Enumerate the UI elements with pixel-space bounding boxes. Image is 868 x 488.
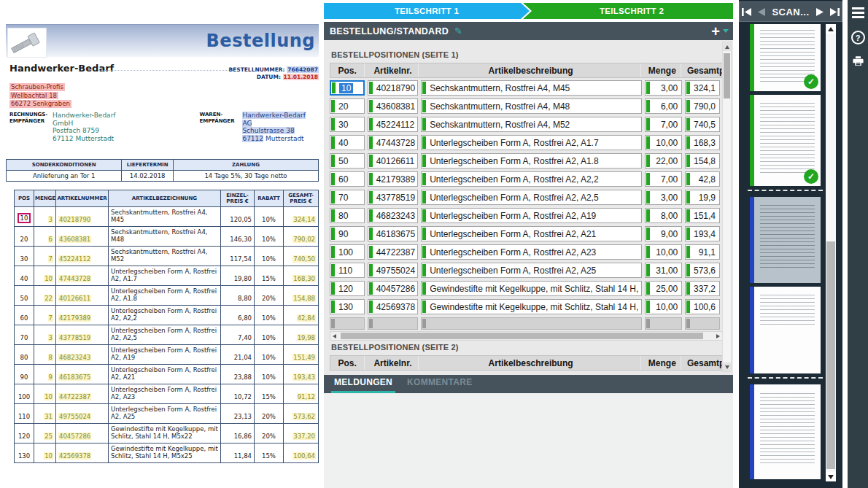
field-pos[interactable]: 30 bbox=[330, 117, 365, 132]
workflow-step-2[interactable]: TEILSCHRITT 2 bbox=[523, 3, 733, 19]
field-pos[interactable]: 110 bbox=[330, 263, 365, 278]
field-beschreibung[interactable]: Unterlegscheiben Form A, Rostfrei A2, A2… bbox=[421, 263, 641, 278]
supplier-address-line[interactable]: Schrauben-Profis bbox=[9, 83, 65, 91]
field-artikelnr[interactable]: 46823243 bbox=[368, 208, 418, 223]
field-artikelnr[interactable]: 40218790 bbox=[368, 80, 418, 96]
field-beschreibung[interactable]: Sechskantmuttern, Rostfrei A4, M52 bbox=[421, 117, 641, 132]
menu-icon[interactable] bbox=[852, 7, 864, 20]
field-menge[interactable]: 10,00 bbox=[645, 244, 683, 260]
scroll-right-icon[interactable] bbox=[716, 334, 720, 338]
field-menge[interactable]: 8,00 bbox=[645, 208, 683, 223]
field-pos[interactable]: 100 bbox=[330, 244, 365, 260]
field-artikelnr[interactable]: 44722387 bbox=[368, 244, 418, 260]
goods-recipient-highlight[interactable]: 67112 bbox=[242, 135, 263, 142]
supplier-address-line[interactable]: Wellbachtal 18 bbox=[9, 92, 58, 100]
field-gesamtpreis[interactable]: 91,1 bbox=[685, 244, 720, 260]
document-thumbnail[interactable]: ✓ bbox=[750, 24, 821, 91]
empty-field[interactable] bbox=[645, 317, 683, 330]
field-pos[interactable]: 80 bbox=[330, 208, 365, 223]
goods-recipient-highlight[interactable]: Schulstrasse 38 bbox=[242, 127, 294, 134]
field-beschreibung[interactable]: Unterlegscheiben Form A, Rostfrei A2, A2… bbox=[421, 190, 641, 205]
field-gesamtpreis[interactable]: 19,9 bbox=[685, 190, 720, 205]
help-icon[interactable]: ? bbox=[851, 31, 865, 44]
workflow-step-1[interactable]: TEILSCHRITT 1 bbox=[324, 3, 530, 19]
thumb-scroll-down-icon[interactable] bbox=[826, 472, 836, 481]
field-pos[interactable]: 20 bbox=[330, 98, 365, 114]
field-beschreibung[interactable]: Unterlegscheiben Form A, Rostfrei A2, A2… bbox=[421, 226, 641, 241]
field-artikelnr[interactable]: 42179389 bbox=[368, 171, 418, 187]
field-gesamtpreis[interactable]: 42,8 bbox=[685, 171, 720, 187]
field-beschreibung[interactable]: Gewindestifte mit Kegelkuppe, mit Schlit… bbox=[421, 299, 641, 314]
selected-pos-marker[interactable]: 10 bbox=[18, 213, 31, 223]
tab-meldungen[interactable]: MELDUNGEN bbox=[331, 375, 395, 393]
order-date-value[interactable]: 11.01.2018 bbox=[283, 74, 319, 80]
field-gesamtpreis[interactable]: 154,8 bbox=[685, 153, 720, 169]
field-gesamtpreis[interactable]: 573,6 bbox=[685, 263, 720, 278]
add-button[interactable]: + bbox=[711, 24, 720, 39]
last-page-icon[interactable] bbox=[830, 8, 840, 16]
field-pos[interactable]: 40 bbox=[330, 135, 365, 150]
scroll-up-icon[interactable] bbox=[723, 42, 731, 51]
field-menge[interactable]: 7,00 bbox=[645, 117, 683, 132]
field-gesamtpreis[interactable]: 790,0 bbox=[685, 98, 720, 114]
print-icon[interactable] bbox=[852, 55, 864, 67]
thumbnail-scroll-thumb[interactable] bbox=[826, 241, 835, 469]
field-artikelnr[interactable]: 40126611 bbox=[368, 153, 418, 169]
empty-field[interactable] bbox=[330, 317, 365, 330]
field-beschreibung[interactable]: Unterlegscheiben Form A, Rostfrei A2, A1… bbox=[421, 208, 641, 223]
field-menge[interactable]: 10,00 bbox=[645, 135, 683, 150]
field-artikelnr[interactable]: 40457286 bbox=[368, 281, 418, 296]
field-beschreibung[interactable]: Unterlegscheiben Form A, Rostfrei A2, A2… bbox=[421, 171, 641, 187]
field-menge[interactable]: 3,00 bbox=[645, 80, 683, 96]
field-gesamtpreis[interactable]: 151,4 bbox=[685, 208, 720, 223]
field-artikelnr[interactable]: 42569378 bbox=[368, 299, 418, 314]
chevron-down-icon[interactable] bbox=[723, 29, 729, 33]
field-artikelnr[interactable]: 45224112 bbox=[368, 117, 418, 132]
field-pos[interactable]: 70 bbox=[330, 190, 365, 205]
supplier-address-line[interactable]: 66272 Senkgraben bbox=[9, 100, 71, 108]
field-pos[interactable]: 90 bbox=[330, 226, 365, 241]
field-pos[interactable]: 50 bbox=[330, 153, 365, 169]
field-gesamtpreis[interactable]: 168,3 bbox=[685, 135, 720, 150]
thumbnail-scrollbar[interactable] bbox=[826, 24, 836, 481]
field-menge[interactable]: 6,00 bbox=[645, 98, 683, 114]
field-menge[interactable]: 22,00 bbox=[645, 153, 683, 169]
goods-recipient-highlight[interactable]: Handwerker-Bedarf AG bbox=[242, 112, 306, 127]
document-thumbnail[interactable] bbox=[750, 197, 821, 283]
thumb-scroll-up-icon[interactable] bbox=[826, 24, 836, 34]
document-thumbnail[interactable]: ✓ bbox=[750, 95, 821, 186]
field-pos[interactable]: 120 bbox=[330, 281, 365, 296]
horizontal-scroll-thumb[interactable] bbox=[341, 333, 703, 339]
field-pos[interactable]: 10 bbox=[330, 80, 365, 96]
field-pos[interactable]: 130 bbox=[330, 299, 365, 314]
field-gesamtpreis[interactable]: 324,1 bbox=[685, 80, 720, 96]
field-gesamtpreis[interactable]: 337,2 bbox=[685, 281, 720, 296]
edit-pencil-icon[interactable]: ✎ bbox=[454, 26, 462, 36]
vertical-scrollbar[interactable] bbox=[722, 42, 732, 372]
field-beschreibung[interactable]: Unterlegscheiben Form A, Rostfrei A2, A1… bbox=[421, 135, 641, 150]
field-menge[interactable]: 9,00 bbox=[645, 226, 683, 241]
field-beschreibung[interactable]: Gewindestifte mit Kegelkuppe, mit Schlit… bbox=[421, 281, 641, 296]
field-artikelnr[interactable]: 47443728 bbox=[368, 135, 418, 150]
field-menge[interactable]: 7,00 bbox=[645, 171, 683, 187]
field-artikelnr[interactable]: 43778519 bbox=[368, 190, 418, 205]
field-artikelnr[interactable]: 43608381 bbox=[368, 98, 418, 114]
field-beschreibung[interactable]: Sechskantmuttern, Rostfrei A4, M45 bbox=[421, 80, 641, 96]
field-menge[interactable]: 31,00 bbox=[645, 263, 683, 278]
field-beschreibung[interactable]: Unterlegscheiben Form A, Rostfrei A2, A2… bbox=[421, 244, 641, 260]
field-gesamtpreis[interactable]: 740,5 bbox=[685, 117, 720, 132]
vertical-scroll-thumb[interactable] bbox=[724, 53, 730, 98]
empty-field[interactable] bbox=[685, 317, 720, 330]
previous-page-icon[interactable] bbox=[758, 8, 765, 16]
next-page-icon[interactable] bbox=[816, 8, 824, 16]
field-menge[interactable]: 3,00 bbox=[645, 190, 683, 205]
first-page-icon[interactable] bbox=[742, 8, 751, 16]
field-gesamtpreis[interactable]: 100,6 bbox=[685, 299, 720, 314]
document-thumbnail[interactable] bbox=[750, 287, 821, 373]
empty-field[interactable] bbox=[368, 317, 419, 330]
field-beschreibung[interactable]: Sechskantmuttern, Rostfrei A4, M48 bbox=[421, 98, 641, 114]
empty-field[interactable] bbox=[421, 317, 641, 330]
field-pos[interactable]: 60 bbox=[330, 171, 365, 187]
order-number-value[interactable]: 76642087 bbox=[287, 66, 319, 73]
field-beschreibung[interactable]: Unterlegscheiben Form A, Rostfrei A2, A1… bbox=[421, 153, 641, 169]
